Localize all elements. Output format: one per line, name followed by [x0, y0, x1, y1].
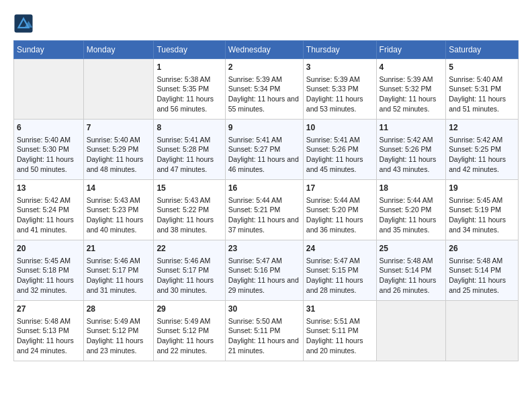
calendar-cell: 10Sunrise: 5:41 AMSunset: 5:26 PMDayligh… [303, 120, 376, 180]
cell-content: Sunset: 5:16 PM [228, 265, 300, 275]
day-number: 26 [449, 243, 515, 255]
cell-content: Daylight: 11 hours and 53 minutes. [306, 94, 373, 113]
day-number: 6 [17, 122, 81, 134]
cell-content: Daylight: 11 hours and 55 minutes. [228, 94, 300, 113]
logo [13, 13, 36, 34]
cell-content: Sunset: 5:28 PM [157, 144, 222, 154]
cell-content: Daylight: 11 hours and 40 minutes. [87, 215, 151, 234]
cell-content: Daylight: 11 hours and 51 minutes. [449, 94, 515, 113]
cell-content: Daylight: 11 hours and 23 minutes. [87, 336, 151, 355]
cell-content: Sunrise: 5:42 AM [449, 135, 515, 145]
header-day-saturday: Saturday [446, 41, 519, 59]
cell-content: Sunrise: 5:48 AM [17, 316, 81, 326]
cell-content: Daylight: 11 hours and 50 minutes. [17, 154, 81, 174]
cell-content: Sunset: 5:19 PM [449, 205, 515, 215]
cell-content: Daylight: 11 hours and 24 minutes. [17, 336, 81, 355]
header-day-monday: Monday [83, 41, 154, 59]
calendar-week-4: 20Sunrise: 5:45 AMSunset: 5:18 PMDayligh… [14, 240, 519, 301]
calendar-cell: 29Sunrise: 5:49 AMSunset: 5:12 PMDayligh… [154, 301, 225, 361]
day-number: 17 [306, 183, 373, 194]
cell-content: Sunrise: 5:41 AM [306, 135, 373, 145]
calendar-cell [83, 59, 154, 120]
cell-content: Sunrise: 5:40 AM [87, 135, 151, 145]
calendar-cell: 20Sunrise: 5:45 AMSunset: 5:18 PMDayligh… [14, 240, 84, 301]
day-number: 7 [87, 122, 151, 134]
cell-content: Sunrise: 5:39 AM [228, 75, 300, 85]
cell-content: Sunset: 5:21 PM [228, 205, 300, 215]
cell-content: Sunset: 5:35 PM [157, 84, 222, 94]
calendar-cell: 15Sunrise: 5:43 AMSunset: 5:22 PMDayligh… [154, 180, 225, 240]
calendar-week-1: 1Sunrise: 5:38 AMSunset: 5:35 PMDaylight… [14, 59, 519, 120]
cell-content: Sunrise: 5:49 AM [157, 316, 222, 326]
calendar-cell: 2Sunrise: 5:39 AMSunset: 5:34 PMDaylight… [225, 59, 303, 120]
day-number: 16 [228, 183, 300, 194]
cell-content: Daylight: 11 hours and 29 minutes. [228, 275, 300, 295]
day-number: 20 [17, 243, 81, 255]
cell-content: Sunset: 5:11 PM [306, 326, 373, 336]
calendar-cell: 12Sunrise: 5:42 AMSunset: 5:25 PMDayligh… [446, 120, 519, 180]
calendar-cell: 25Sunrise: 5:48 AMSunset: 5:14 PMDayligh… [376, 240, 446, 301]
cell-content: Sunset: 5:26 PM [380, 144, 443, 154]
cell-content: Sunset: 5:20 PM [380, 205, 443, 215]
cell-content: Sunrise: 5:44 AM [228, 195, 300, 205]
cell-content: Sunrise: 5:50 AM [228, 316, 300, 326]
day-number: 11 [380, 122, 443, 134]
calendar-cell: 14Sunrise: 5:43 AMSunset: 5:23 PMDayligh… [83, 180, 154, 240]
cell-content: Sunset: 5:32 PM [380, 84, 443, 94]
cell-content: Sunrise: 5:41 AM [157, 135, 222, 145]
cell-content: Sunrise: 5:42 AM [380, 135, 443, 145]
cell-content: Sunrise: 5:40 AM [449, 75, 515, 85]
cell-content: Daylight: 11 hours and 26 minutes. [380, 275, 443, 295]
page-header [13, 13, 519, 34]
calendar-cell: 19Sunrise: 5:45 AMSunset: 5:19 PMDayligh… [446, 180, 519, 240]
calendar-cell: 27Sunrise: 5:48 AMSunset: 5:13 PMDayligh… [14, 301, 84, 361]
calendar-cell: 3Sunrise: 5:39 AMSunset: 5:33 PMDaylight… [303, 59, 376, 120]
calendar-cell: 9Sunrise: 5:41 AMSunset: 5:27 PMDaylight… [225, 120, 303, 180]
cell-content: Daylight: 11 hours and 38 minutes. [157, 215, 222, 234]
cell-content: Daylight: 11 hours and 52 minutes. [380, 94, 443, 113]
cell-content: Sunrise: 5:46 AM [87, 256, 151, 266]
header-row: SundayMondayTuesdayWednesdayThursdayFrid… [14, 41, 519, 59]
day-number: 22 [157, 243, 222, 255]
logo-icon [13, 13, 34, 34]
cell-content: Sunrise: 5:39 AM [306, 75, 373, 85]
cell-content: Daylight: 11 hours and 35 minutes. [380, 215, 443, 234]
calendar-cell: 13Sunrise: 5:42 AMSunset: 5:24 PMDayligh… [14, 180, 84, 240]
cell-content: Daylight: 11 hours and 28 minutes. [306, 275, 373, 295]
cell-content: Sunrise: 5:44 AM [380, 195, 443, 205]
calendar-week-2: 6Sunrise: 5:40 AMSunset: 5:30 PMDaylight… [14, 120, 519, 180]
calendar-cell: 22Sunrise: 5:46 AMSunset: 5:17 PMDayligh… [154, 240, 225, 301]
header-day-thursday: Thursday [303, 41, 376, 59]
calendar-cell: 11Sunrise: 5:42 AMSunset: 5:26 PMDayligh… [376, 120, 446, 180]
calendar-cell: 17Sunrise: 5:44 AMSunset: 5:20 PMDayligh… [303, 180, 376, 240]
cell-content: Sunrise: 5:51 AM [306, 316, 373, 326]
header-day-sunday: Sunday [14, 41, 84, 59]
cell-content: Daylight: 11 hours and 21 minutes. [228, 336, 300, 355]
day-number: 10 [306, 122, 373, 134]
calendar-body: 1Sunrise: 5:38 AMSunset: 5:35 PMDaylight… [14, 59, 519, 361]
day-number: 8 [157, 122, 222, 134]
day-number: 24 [306, 243, 373, 255]
cell-content: Daylight: 11 hours and 20 minutes. [306, 336, 373, 355]
cell-content: Sunset: 5:33 PM [306, 84, 373, 94]
day-number: 30 [228, 304, 300, 315]
calendar-cell: 8Sunrise: 5:41 AMSunset: 5:28 PMDaylight… [154, 120, 225, 180]
cell-content: Sunset: 5:12 PM [87, 326, 151, 336]
calendar-cell: 5Sunrise: 5:40 AMSunset: 5:31 PMDaylight… [446, 59, 519, 120]
cell-content: Sunrise: 5:47 AM [228, 256, 300, 266]
calendar-table: SundayMondayTuesdayWednesdayThursdayFrid… [13, 40, 519, 361]
cell-content: Daylight: 11 hours and 45 minutes. [306, 154, 373, 174]
calendar-cell: 4Sunrise: 5:39 AMSunset: 5:32 PMDaylight… [376, 59, 446, 120]
cell-content: Sunset: 5:15 PM [306, 265, 373, 275]
cell-content: Daylight: 11 hours and 37 minutes. [228, 215, 300, 234]
day-number: 21 [87, 243, 151, 255]
cell-content: Sunset: 5:17 PM [87, 265, 151, 275]
cell-content: Daylight: 11 hours and 46 minutes. [228, 154, 300, 174]
day-number: 18 [380, 183, 443, 194]
day-number: 1 [157, 62, 222, 73]
calendar-cell: 18Sunrise: 5:44 AMSunset: 5:20 PMDayligh… [376, 180, 446, 240]
cell-content: Sunset: 5:22 PM [157, 205, 222, 215]
cell-content: Sunset: 5:31 PM [449, 84, 515, 94]
day-number: 3 [306, 62, 373, 73]
cell-content: Sunset: 5:17 PM [157, 265, 222, 275]
